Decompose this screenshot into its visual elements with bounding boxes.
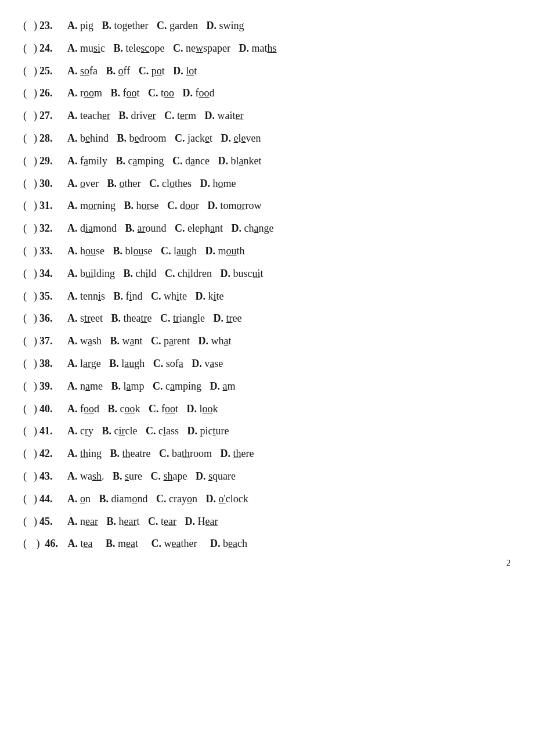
option-c: C. class <box>146 425 179 437</box>
options: A. teacher B. driver C. term D. waiter <box>67 107 249 124</box>
paren-open: ( <box>23 445 34 462</box>
option-c: C. laugh <box>161 245 197 257</box>
question-number: 46. <box>40 535 68 552</box>
options: A. behind B. bedroom C. jacket D. eleven <box>67 130 267 147</box>
question-item: ( ) 37. A. wash B. want C. parent D. wha… <box>23 333 511 350</box>
option-d: D. swing <box>207 20 244 31</box>
option-c: C. foot <box>149 403 178 415</box>
question-item: ( ) 28. A. behind B. bedroom C. jacket D… <box>23 130 511 147</box>
question-number: 38. <box>39 355 67 372</box>
option-b: B. heart <box>106 516 139 527</box>
option-b: B. meat <box>106 538 138 549</box>
option-b: B. telescope <box>114 42 165 54</box>
question-number: 23. <box>39 17 67 34</box>
option-c: C. too <box>148 87 174 99</box>
paren-open: ( <box>23 107 34 124</box>
paren-close: ) <box>34 220 39 237</box>
options: A. over B. other C. clothes D. home <box>67 175 241 192</box>
paren-open: ( <box>23 153 34 170</box>
question-item: ( ) 44. A. on B. diamond C. crayon D. o'… <box>23 491 511 507</box>
paren-close: ) <box>34 130 39 147</box>
option-b: B. theatre <box>111 312 152 324</box>
question-item: ( ) 42. A. thing B. theatre C. bathroom … <box>23 445 511 462</box>
option-a: A. over <box>67 178 99 189</box>
page-number: 2 <box>23 558 511 568</box>
option-d: D. waiter <box>204 110 243 121</box>
option-d: D. tomorrow <box>208 200 262 211</box>
option-c: C. triangle <box>160 312 205 324</box>
option-c: C. camping <box>153 380 201 392</box>
option-b: B. theatre <box>110 448 151 459</box>
option-d: D. change <box>232 222 274 234</box>
option-c: C. term <box>164 110 196 121</box>
option-d: D. am <box>210 380 236 392</box>
option-a: A. thing <box>67 448 102 459</box>
question-number: 24. <box>39 40 67 57</box>
question-number: 25. <box>39 63 67 80</box>
question-list: ( ) 23. A. pig B. together C. garden D. … <box>23 17 511 552</box>
option-b: B. driver <box>118 110 156 121</box>
options: A. food B. cook C. foot D. look <box>67 401 224 417</box>
question-number: 42. <box>39 445 67 462</box>
question-item: ( ) 36. A. street B. theatre C. triangle… <box>23 310 511 327</box>
option-c: C. newspaper <box>173 42 230 54</box>
option-d: D. there <box>221 448 254 459</box>
paren-open: ( <box>23 310 34 327</box>
paren-open: ( <box>23 333 34 350</box>
paren-close: ) <box>34 423 39 440</box>
option-c: C. parent <box>151 335 190 347</box>
option-c: C. white <box>151 290 187 302</box>
question-number: 36. <box>39 310 67 327</box>
paren-open: ( <box>23 468 34 485</box>
option-d: D. kite <box>196 290 224 302</box>
question-number: 43. <box>39 468 67 485</box>
option-d: D. beach <box>210 538 247 549</box>
option-c: C. tear <box>148 516 176 527</box>
options: A. wash. B. sure C. shape D. square <box>67 468 241 485</box>
paren-close: ) <box>34 265 39 282</box>
option-c: C. bathroom <box>159 448 212 459</box>
paren-open: ( <box>23 288 34 305</box>
option-d: D. food <box>183 87 215 99</box>
question-number: 28. <box>39 130 67 147</box>
option-d: D. maths <box>239 42 277 54</box>
option-b: B. circle <box>102 425 138 437</box>
paren-open: ( <box>23 378 34 395</box>
option-c: C. shape <box>151 470 187 482</box>
question-item: ( ) 35. A. tennis B. find C. white D. ki… <box>23 288 511 305</box>
option-c: C. crayon <box>156 493 197 505</box>
paren-open: ( <box>23 175 34 192</box>
option-b: B. want <box>110 335 143 347</box>
option-b: B. sure <box>113 470 142 482</box>
option-d: D. Hear <box>185 516 218 527</box>
paren-open: ( <box>23 130 34 147</box>
options: A. family B. camping C. dance D. blanket <box>67 153 268 170</box>
question-number: 45. <box>39 513 67 530</box>
question-number: 34. <box>39 265 67 282</box>
paren-close: ) <box>34 355 39 372</box>
paren-open: ( <box>23 40 34 57</box>
option-a: A. street <box>67 312 103 324</box>
paren-open: ( <box>23 401 34 417</box>
option-b: B. lamp <box>111 380 145 392</box>
paren-close: ) <box>34 40 39 57</box>
question-number: 44. <box>39 491 67 507</box>
option-a: A. food <box>67 403 99 415</box>
paren-open: ( <box>23 85 34 102</box>
option-a: A. room <box>67 87 102 99</box>
option-a: A. house <box>67 245 104 257</box>
option-d: D. tree <box>213 312 241 324</box>
option-b: B. child <box>124 268 157 279</box>
paren-close: ) <box>34 197 39 214</box>
option-d: D. lot <box>173 65 197 77</box>
option-a: A. building <box>67 268 115 279</box>
worksheet-page: ( ) 23. A. pig B. together C. garden D. … <box>23 17 511 568</box>
options: A. large B. laugh C. sofa D. vase <box>67 355 229 372</box>
option-b: B. diamond <box>99 493 148 505</box>
paren-close: ) <box>34 288 39 305</box>
options: A. near B. heart C. tear D. Hear <box>67 513 223 530</box>
option-d: D. o'clock <box>206 493 248 505</box>
option-b: B. other <box>107 178 140 189</box>
options: A. morning B. horse C. door D. tomorrow <box>67 197 268 214</box>
paren-close: ) <box>34 445 39 462</box>
